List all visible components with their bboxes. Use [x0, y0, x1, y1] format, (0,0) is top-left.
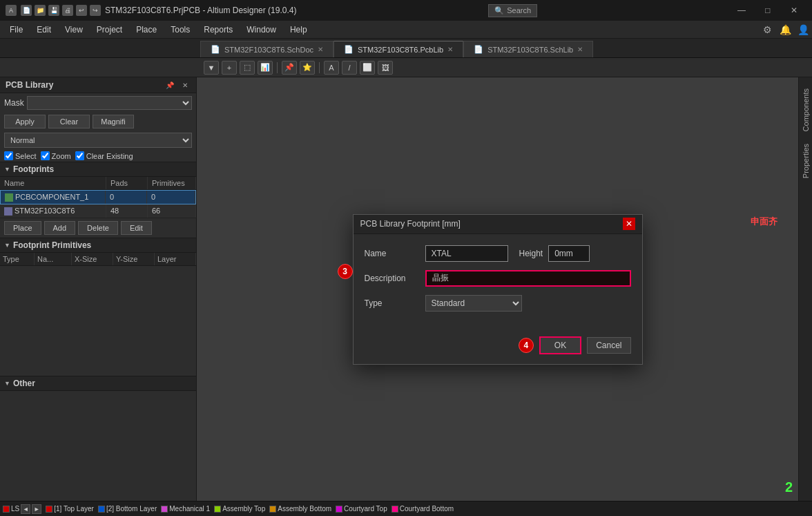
- magnify-button[interactable]: Magnifi: [93, 115, 134, 128]
- name-height-row: Name Height: [365, 245, 631, 262]
- normal-select[interactable]: Normal: [4, 133, 192, 148]
- app-icon: A: [6, 5, 17, 16]
- ok-button[interactable]: OK: [539, 336, 581, 354]
- zoom-checkbox[interactable]: Zoom: [41, 151, 71, 160]
- prim-col-ysize: Y-Size: [113, 253, 155, 265]
- properties-tab[interactable]: Properties: [800, 138, 811, 184]
- title-bar-left: A 📄 📁 💾 🖨 ↩ ↪ STM32F103C8T6.PrjPCB - Alt…: [6, 5, 296, 16]
- filter-btn[interactable]: ▼: [204, 61, 219, 75]
- new-icon[interactable]: 📄: [21, 5, 32, 16]
- close-button[interactable]: ✕: [782, 0, 806, 21]
- tab-pcblib[interactable]: 📄 STM32F103C8T6.PcbLib ✕: [334, 41, 463, 57]
- clear-button[interactable]: Clear: [48, 115, 90, 128]
- text-btn[interactable]: A: [324, 61, 339, 75]
- user-icon[interactable]: 👤: [797, 23, 809, 36]
- minimize-button[interactable]: —: [729, 0, 754, 21]
- tab-schlib-close[interactable]: ✕: [577, 46, 583, 53]
- place-button[interactable]: Place: [4, 221, 41, 235]
- mask-select[interactable]: [27, 96, 192, 110]
- bottom-layer-label: [2] Bottom Layer: [106, 505, 157, 513]
- sidebar-title: PCB Library: [6, 80, 53, 90]
- menu-help[interactable]: Help: [283, 23, 314, 36]
- row1-name: PCBCOMPONENT_1: [1, 191, 106, 204]
- description-input[interactable]: [425, 270, 631, 287]
- menu-reports[interactable]: Reports: [197, 23, 240, 36]
- schdoc-icon: 📄: [211, 45, 220, 54]
- tab-pcblib-close[interactable]: ✕: [447, 46, 453, 53]
- menu-edit[interactable]: Edit: [30, 23, 58, 36]
- other-section-header[interactable]: ▼ Other: [0, 376, 196, 391]
- type-label: Type: [365, 298, 420, 308]
- menu-file[interactable]: File: [3, 23, 30, 36]
- type-select[interactable]: Standard: [425, 295, 522, 312]
- open-icon[interactable]: 📁: [35, 5, 46, 16]
- table-row[interactable]: PCBCOMPONENT_1 0 0: [0, 190, 196, 204]
- component-btn[interactable]: ⭐: [300, 61, 315, 75]
- footprints-section-header[interactable]: ▼ Footprints: [0, 162, 196, 177]
- col-name: Name: [0, 177, 106, 189]
- components-tab[interactable]: Components: [800, 83, 811, 137]
- redo-icon[interactable]: ↪: [90, 5, 101, 16]
- sidebar-settings-btn[interactable]: ✕: [180, 81, 191, 90]
- apply-button[interactable]: Apply: [4, 115, 46, 128]
- select-checkbox[interactable]: Select: [4, 151, 37, 160]
- layer-courtyard-bottom[interactable]: Courtyard Bottom: [392, 505, 454, 513]
- row2-name: STM32F103C8T6: [0, 204, 106, 218]
- cancel-button[interactable]: Cancel: [587, 337, 630, 354]
- other-title: Other: [13, 379, 35, 388]
- menu-project[interactable]: Project: [90, 23, 129, 36]
- menu-place[interactable]: Place: [129, 23, 164, 36]
- menu-window[interactable]: Window: [240, 23, 283, 36]
- line-btn[interactable]: /: [342, 61, 357, 75]
- tab-schdoc-close[interactable]: ✕: [318, 46, 323, 53]
- pcb-library-sidebar: PCB Library 📌 ✕ Mask Apply Clear Magnifi…: [0, 77, 197, 501]
- title-search-box[interactable]: 🔍 Search: [488, 4, 537, 17]
- tab-bar: 📄 STM32F103C8T6.SchDoc ✕ 📄 STM32F103C8T6…: [0, 39, 812, 58]
- other-content: [0, 391, 196, 501]
- normal-row: Normal: [0, 131, 196, 150]
- pic-btn[interactable]: 🖼: [378, 61, 393, 75]
- assembly-bottom-color: [269, 506, 276, 513]
- table-row[interactable]: STM32F103C8T6 48 66: [0, 204, 196, 218]
- layer-prev-btn[interactable]: ◄: [21, 504, 30, 514]
- clear-existing-checkbox[interactable]: Clear Existing: [75, 151, 133, 160]
- add-btn[interactable]: +: [222, 61, 237, 75]
- shape-btn[interactable]: ⬜: [360, 61, 375, 75]
- add-button[interactable]: Add: [44, 221, 76, 235]
- notify-icon[interactable]: 🔔: [779, 23, 791, 36]
- undo-icon[interactable]: ↩: [76, 5, 87, 16]
- mech1-color: [161, 506, 168, 513]
- prim-col-xsize: X-Size: [72, 253, 113, 265]
- print-icon[interactable]: 🖨: [62, 5, 73, 16]
- maximize-button[interactable]: □: [755, 0, 780, 21]
- delete-button[interactable]: Delete: [78, 221, 118, 235]
- layer-assembly-bottom[interactable]: Assembly Bottom: [269, 505, 331, 513]
- menu-view[interactable]: View: [58, 23, 90, 36]
- settings-icon[interactable]: ⚙: [761, 23, 773, 36]
- search-placeholder: Search: [507, 6, 531, 15]
- description-row: Description: [365, 270, 631, 287]
- layer-top[interactable]: [1] Top Layer: [46, 505, 94, 513]
- layer-assembly-top[interactable]: Assembly Top: [214, 505, 265, 513]
- sidebar-pin-btn[interactable]: 📌: [163, 81, 177, 90]
- height-input[interactable]: [548, 245, 590, 262]
- save-icon[interactable]: 💾: [48, 5, 59, 16]
- top-layer-label: [1] Top Layer: [54, 505, 94, 513]
- dialog-close-button[interactable]: ✕: [623, 218, 635, 230]
- main-toolbar: ▼ + ⬚ 📊 📌 ⭐ A / ⬜ 🖼: [0, 58, 812, 77]
- tab-schdoc[interactable]: 📄 STM32F103C8T6.SchDoc ✕: [200, 41, 334, 57]
- primitives-section-header[interactable]: ▼ Footprint Primitives: [0, 238, 196, 253]
- tab-schlib[interactable]: 📄 STM32F103C8T6.SchLib ✕: [463, 41, 593, 57]
- edit-button[interactable]: Edit: [121, 221, 152, 235]
- menu-tools[interactable]: Tools: [164, 23, 197, 36]
- select-btn[interactable]: ⬚: [240, 61, 255, 75]
- layer-bottom[interactable]: [2] Bottom Layer: [98, 505, 157, 513]
- pin-btn[interactable]: 📌: [282, 61, 297, 75]
- layer-next-btn[interactable]: ►: [32, 504, 41, 514]
- name-input[interactable]: [425, 245, 508, 262]
- chart-btn[interactable]: 📊: [258, 61, 273, 75]
- tab-schlib-label: STM32F103C8T6.SchLib: [487, 46, 573, 54]
- canvas-area[interactable]: 1 2 双击 申面齐 PCB Library Footprint [mm] ✕ …: [197, 77, 798, 501]
- layer-courtyard-top[interactable]: Courtyard Top: [336, 505, 387, 513]
- layer-mech1[interactable]: Mechanical 1: [161, 505, 210, 513]
